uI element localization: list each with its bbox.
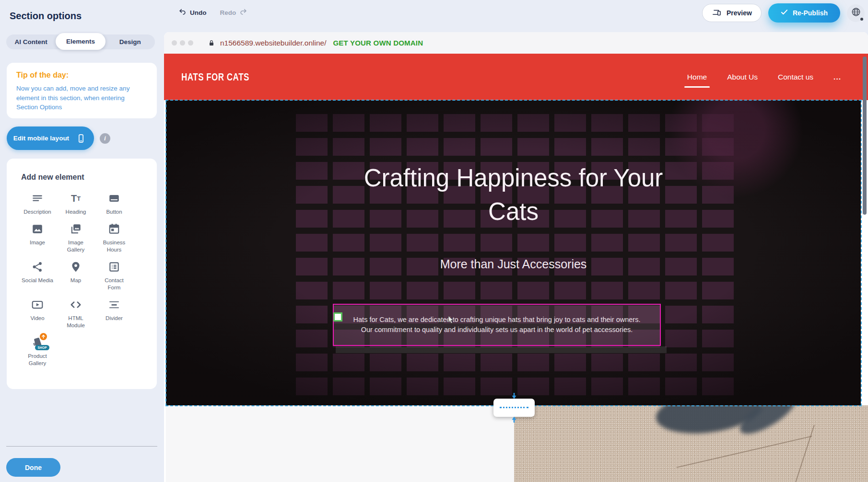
- app: Section options AI Content Elements Desi…: [0, 0, 868, 482]
- panel-divider: [6, 446, 157, 447]
- shop-badge: SHOP: [35, 345, 49, 350]
- element-item-product-gallery[interactable]: SHOP Product Gallery: [18, 336, 57, 367]
- scrollbar-thumb[interactable]: [863, 57, 867, 215]
- browser-dot-icon: [172, 40, 177, 46]
- browser-chrome-bar: n1566589.websitebuilder.online/ GET YOUR…: [164, 32, 868, 54]
- element-item-contact-form[interactable]: Contact Form: [95, 261, 133, 291]
- panel-tabs: AI Content Elements Design: [6, 34, 155, 49]
- globe-button[interactable]: [847, 4, 865, 22]
- get-domain-link[interactable]: GET YOUR OWN DOMAIN: [333, 39, 423, 47]
- floor-image: [514, 405, 868, 482]
- selection-handle[interactable]: [333, 312, 342, 321]
- element-item-social-media[interactable]: Social Media: [18, 261, 57, 291]
- image-gallery-icon: [70, 223, 82, 235]
- divider-icon: [108, 298, 120, 311]
- tip-heading: Tip of the day:: [16, 71, 147, 80]
- nav-about-us[interactable]: About Us: [727, 73, 758, 81]
- element-hover-bar: [336, 346, 667, 353]
- tile-grout-line: [676, 436, 812, 468]
- element-item-html-module[interactable]: HTML Module: [57, 298, 95, 329]
- section-resize-handle[interactable]: [493, 399, 535, 417]
- video-icon: [31, 298, 44, 311]
- tab-design[interactable]: Design: [106, 34, 155, 49]
- browser-dot-icon: [180, 40, 185, 46]
- add-new-element-panel: Add new element Description TT Heading B…: [7, 159, 157, 389]
- tip-of-the-day-card: Tip of the day: Now you can add, move an…: [7, 63, 157, 118]
- undo-button[interactable]: Undo: [178, 8, 207, 17]
- element-item-video[interactable]: Video: [18, 298, 57, 329]
- arrow-up-icon: [510, 416, 518, 423]
- element-item-image-gallery[interactable]: Image Gallery: [57, 223, 95, 253]
- contact-form-icon: [108, 261, 120, 273]
- element-item-map[interactable]: Map: [57, 261, 95, 291]
- element-item-business-hours[interactable]: Business Hours: [95, 223, 133, 253]
- info-icon[interactable]: i: [100, 133, 110, 144]
- undo-icon: [178, 8, 187, 17]
- element-item-button[interactable]: Button: [95, 192, 133, 216]
- site-preview-window: n1566589.websitebuilder.online/ GET YOUR…: [164, 32, 868, 482]
- browser-dot-icon: [188, 40, 193, 46]
- preview-button[interactable]: Preview: [702, 4, 762, 22]
- check-icon: [781, 9, 788, 17]
- element-item-divider[interactable]: Divider: [95, 298, 133, 329]
- site-header: HATS FOR CATS Home About Us Contact us .…: [164, 54, 868, 100]
- top-actions: Preview Re-Publish: [702, 3, 865, 23]
- devices-icon: [712, 8, 722, 19]
- tip-body: Now you can add, move and resize any ele…: [16, 84, 136, 112]
- resize-dotted-line: [500, 407, 528, 408]
- edit-mobile-layout-label: Edit mobile layout: [13, 135, 69, 142]
- tile-grout-line: [794, 425, 815, 482]
- page-title: Section options: [10, 11, 82, 22]
- hero-subheading[interactable]: More than Just Accessories: [440, 257, 587, 271]
- add-element-title: Add new element: [21, 173, 157, 182]
- redo-icon: [239, 8, 247, 17]
- site-logo[interactable]: HATS FOR CATS: [181, 71, 249, 83]
- map-pin-icon: [70, 261, 82, 273]
- republish-button[interactable]: Re-Publish: [768, 3, 840, 23]
- element-item-description[interactable]: Description: [18, 192, 57, 216]
- description-icon: [31, 192, 44, 205]
- site-url: n1566589.websitebuilder.online/: [220, 39, 326, 47]
- done-button[interactable]: Done: [6, 458, 60, 477]
- nav-contact-us[interactable]: Contact us: [778, 73, 813, 81]
- upload-arrow-badge-icon: [40, 333, 47, 340]
- hero-body-line: Hats for Cats, we are dedicated to craft…: [353, 315, 641, 325]
- undo-redo-group: Undo Redo: [178, 8, 247, 17]
- code-brackets-icon: [70, 298, 82, 311]
- globe-notification-dot: [860, 18, 863, 21]
- lock-icon: [208, 39, 215, 47]
- redo-button[interactable]: Redo: [220, 8, 248, 17]
- heading-icon: TT: [70, 192, 82, 205]
- selected-text-element[interactable]: Hats for Cats, we are dedicated to craft…: [333, 304, 661, 346]
- element-item-image[interactable]: Image: [18, 223, 57, 253]
- hero-heading[interactable]: Crafting Happiness for Your Cats: [341, 161, 686, 229]
- globe-icon: [851, 7, 861, 19]
- hero-body-line: Our commitment to quality and individual…: [361, 325, 633, 335]
- image-icon: [31, 223, 44, 235]
- nav-home[interactable]: Home: [687, 73, 707, 81]
- element-grid: Description TT Heading Button Image: [18, 192, 157, 374]
- tab-ai-content[interactable]: AI Content: [6, 34, 56, 49]
- hero-section[interactable]: Crafting Happiness for Your Cats More th…: [166, 100, 861, 405]
- edit-mobile-layout-button[interactable]: Edit mobile layout: [7, 126, 94, 150]
- arrow-down-icon: [510, 393, 518, 399]
- tab-elements[interactable]: Elements: [56, 33, 105, 50]
- product-gallery-icon: SHOP: [31, 336, 44, 349]
- social-media-icon: [31, 261, 44, 273]
- nav-more-menu[interactable]: ...: [833, 73, 841, 81]
- mobile-phone-icon: [75, 132, 87, 145]
- site-nav: Home About Us Contact us ...: [687, 73, 841, 81]
- mouse-cursor-icon: [448, 316, 454, 326]
- element-item-heading[interactable]: TT Heading: [57, 192, 95, 216]
- button-icon: [108, 192, 120, 205]
- business-hours-icon: [108, 223, 120, 235]
